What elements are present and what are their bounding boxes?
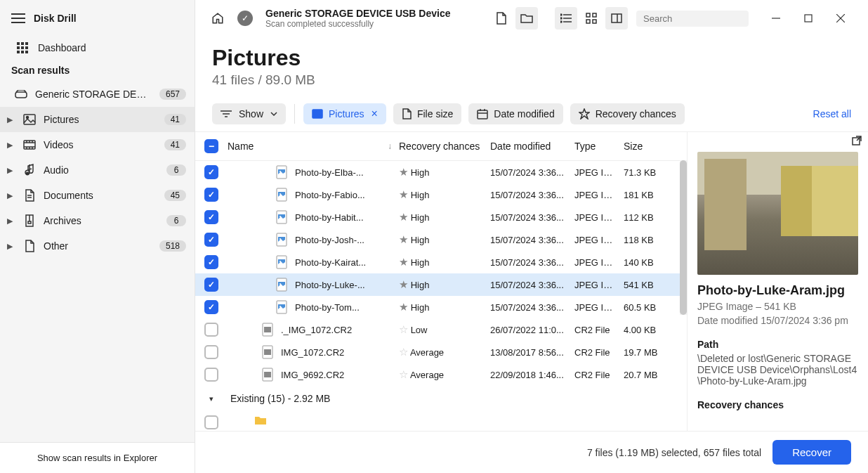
sidebar-item-pictures[interactable]: ▶︎ Pictures 41: [0, 107, 195, 132]
chevron-right-icon[interactable]: ▶︎: [4, 115, 15, 124]
date-modified: 15/07/2024 3:36...: [490, 280, 574, 290]
col-type-header[interactable]: Type: [574, 141, 624, 152]
window-close-button[interactable]: [824, 7, 857, 30]
row-checkbox[interactable]: [204, 165, 218, 179]
picture-icon: [22, 112, 37, 127]
chevron-right-icon[interactable]: ▶︎: [4, 216, 15, 226]
sidebar-item-videos[interactable]: ▶︎ Videos 41: [0, 132, 195, 157]
category-count-badge: 45: [164, 190, 186, 201]
table-row[interactable]: Photo-by-Tom... ★ High 15/07/2024 3:36..…: [195, 296, 687, 318]
detail-layout-button[interactable]: [605, 7, 628, 30]
window-minimize-button[interactable]: [760, 7, 792, 30]
recovery-chance: High: [411, 280, 430, 290]
file-view-button[interactable]: [490, 7, 513, 30]
chevron-down-icon[interactable]: ▾: [202, 394, 221, 403]
table-row[interactable]: [195, 411, 687, 431]
filter-bar: Show Pictures × File size Date modified …: [195, 96, 868, 131]
row-checkbox[interactable]: [204, 300, 218, 314]
other-icon: [22, 239, 37, 253]
table-row[interactable]: ._IMG_1072.CR2 ☆ Low 26/07/2022 11:0... …: [195, 318, 687, 341]
file-icon: [275, 300, 289, 314]
col-size-header[interactable]: Size: [624, 141, 680, 152]
col-recovery-header[interactable]: Recovery chances: [399, 141, 490, 152]
group-row-existing[interactable]: ▾ Existing (15) - 2.92 MB: [195, 386, 687, 411]
main: ✓ Generic STORAGE DEVICE USB Device Scan…: [195, 0, 868, 473]
chevron-right-icon[interactable]: ▶︎: [4, 166, 15, 175]
row-checkbox[interactable]: [204, 210, 218, 224]
show-in-explorer-link[interactable]: Show scan results in Explorer: [0, 442, 195, 473]
file-type: CR2 File: [574, 370, 624, 380]
table-row[interactable]: Photo-by-Kairat... ★ High 15/07/2024 3:3…: [195, 251, 687, 273]
device-count-badge: 657: [159, 89, 186, 100]
picture-icon: [312, 109, 323, 119]
table-row[interactable]: IMG_9692.CR2 ☆ Average 22/09/2018 1:46..…: [195, 363, 687, 386]
recovery-chance: Average: [410, 370, 444, 380]
clear-pictures-filter-icon[interactable]: ×: [371, 108, 378, 119]
svg-rect-27: [593, 20, 596, 23]
svg-rect-0: [15, 92, 27, 98]
show-dropdown[interactable]: Show: [212, 103, 286, 124]
filter-pictures-chip[interactable]: Pictures ×: [303, 103, 386, 124]
titlebar-info: Generic STORAGE DEVICE USB Device Scan c…: [265, 8, 451, 29]
filter-recovery-chances[interactable]: Recovery chances: [570, 103, 685, 124]
reset-all-link[interactable]: Reset all: [813, 108, 851, 119]
window-maximize-button[interactable]: [792, 7, 824, 30]
row-checkbox[interactable]: [204, 368, 218, 382]
recover-button[interactable]: Recover: [772, 440, 851, 465]
svg-rect-67: [264, 327, 271, 332]
sidebar-item-documents[interactable]: ▶︎ Documents 45: [0, 183, 195, 208]
row-checkbox[interactable]: [204, 233, 218, 247]
table-row[interactable]: Photo-by-Josh-... ★ High 15/07/2024 3:36…: [195, 228, 687, 251]
file-name: Photo-by-Kairat...: [295, 257, 366, 268]
row-checkbox[interactable]: [204, 188, 218, 202]
list-layout-button[interactable]: [555, 7, 577, 30]
sidebar-item-dashboard[interactable]: Dashboard: [0, 37, 195, 59]
col-date-header[interactable]: Date modified: [490, 141, 574, 152]
row-checkbox[interactable]: [204, 323, 218, 337]
file-name: Photo-by-Tom...: [295, 302, 360, 313]
chevron-right-icon[interactable]: ▶︎: [4, 191, 15, 200]
folder-view-button[interactable]: [515, 7, 538, 30]
table-row[interactable]: Photo-by-Habit... ★ High 15/07/2024 3:36…: [195, 206, 687, 228]
app-title: Disk Drill: [34, 13, 77, 24]
sidebar-item-other[interactable]: ▶︎ Other 518: [0, 233, 195, 259]
row-checkbox[interactable]: [204, 278, 218, 292]
hamburger-icon[interactable]: [11, 13, 25, 23]
pop-out-button[interactable]: [851, 135, 862, 146]
table-header: Name ↓ Recovery chances Date modified Ty…: [195, 132, 687, 161]
file-size: 140 KB: [624, 257, 680, 268]
svg-point-23: [560, 21, 562, 22]
col-name-header[interactable]: Name ↓: [228, 141, 399, 152]
star-icon: ★: [399, 166, 408, 178]
file-icon: [261, 345, 275, 359]
sidebar-item-audio[interactable]: ▶︎ Audio 6: [0, 157, 195, 183]
table-row[interactable]: Photo-by-Luke-... ★ High 15/07/2024 3:36…: [195, 273, 687, 296]
grid-layout-button[interactable]: [580, 7, 603, 30]
scrollbar[interactable]: [680, 160, 687, 315]
search-input[interactable]: [643, 13, 761, 24]
search-box[interactable]: [636, 11, 749, 27]
select-all-checkbox[interactable]: [204, 139, 218, 153]
preview-rc-header: Recovery chances: [697, 399, 858, 410]
chevron-right-icon[interactable]: ▶︎: [4, 242, 15, 251]
row-checkbox[interactable]: [204, 255, 218, 269]
file-icon: [275, 278, 289, 292]
svg-point-12: [26, 172, 29, 176]
svg-rect-1: [24, 115, 35, 124]
row-checkbox[interactable]: [204, 345, 218, 359]
file-type: JPEG Im...: [574, 257, 624, 268]
filter-date-modified[interactable]: Date modified: [468, 103, 563, 124]
category-label: Documents: [44, 190, 157, 201]
row-checkbox[interactable]: [204, 415, 218, 429]
filter-file-size[interactable]: File size: [393, 103, 461, 124]
chevron-right-icon[interactable]: ▶︎: [4, 141, 15, 150]
table-row[interactable]: IMG_1072.CR2 ☆ Average 13/08/2017 8:56..…: [195, 341, 687, 363]
file-size: 112 KB: [624, 212, 680, 223]
home-button[interactable]: [206, 7, 229, 30]
sidebar-item-archives[interactable]: ▶︎ Archives 6: [0, 208, 195, 233]
svg-rect-25: [593, 13, 596, 17]
sidebar-item-device[interactable]: Generic STORAGE DEVIC... 657: [0, 82, 195, 107]
page-title: Pictures: [212, 45, 851, 71]
table-row[interactable]: Photo-by-Fabio... ★ High 15/07/2024 3:36…: [195, 183, 687, 206]
table-row[interactable]: Photo-by-Elba-... ★ High 15/07/2024 3:36…: [195, 161, 687, 183]
